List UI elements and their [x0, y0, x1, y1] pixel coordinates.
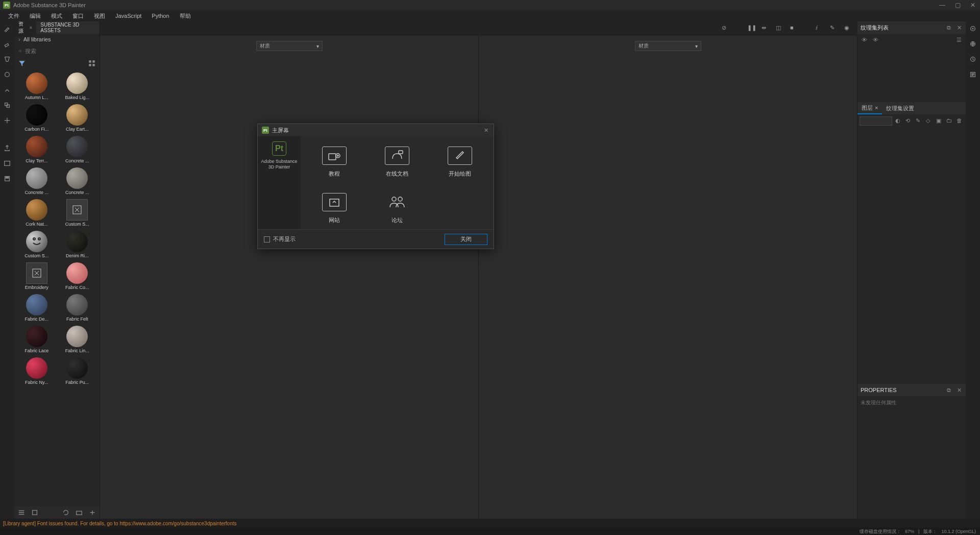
menu-python[interactable]: Python	[148, 12, 173, 20]
mask-icon[interactable]: ◐	[895, 117, 902, 125]
fill-tool-icon[interactable]	[3, 70, 11, 79]
deny-icon[interactable]: ⊘	[722, 25, 730, 33]
log-icon[interactable]	[969, 70, 977, 79]
blend-mode-dropdown[interactable]	[860, 116, 892, 126]
asset-item[interactable]: Baked Lig...	[58, 72, 97, 100]
assets-grid[interactable]: Autumn L...Baked Lig...Carbon Fi...Clay …	[14, 69, 100, 506]
link-icon[interactable]: ⟲	[905, 117, 913, 125]
fx-icon[interactable]: ✎	[916, 117, 923, 125]
material-dropdown-2d[interactable]: 材质▾	[635, 41, 701, 51]
asset-item[interactable]: Clay Eart...	[58, 104, 97, 132]
asset-item[interactable]: Cork Nat...	[17, 199, 56, 227]
pt-logo: Pt	[272, 141, 286, 156]
eye-hidden-icon[interactable]: 👁	[872, 36, 879, 43]
asset-item[interactable]: Custom S...	[58, 199, 97, 227]
close-window-button[interactable]: ✕	[969, 1, 977, 9]
tile-paint[interactable]: 开始绘图	[431, 147, 488, 178]
minimize-button[interactable]: —	[938, 1, 946, 9]
snapshot-icon[interactable]: ◉	[844, 25, 852, 33]
asset-item[interactable]: Autumn L...	[17, 72, 56, 100]
save-icon[interactable]	[3, 175, 11, 183]
close-icon[interactable]: ✕	[955, 24, 963, 31]
filter-row	[14, 57, 100, 69]
tab-layers[interactable]: 图层×	[857, 102, 882, 114]
asset-item[interactable]: Fabric De...	[17, 294, 56, 322]
dont-show-row[interactable]: 不再显示	[264, 235, 296, 243]
close-icon[interactable]: ×	[29, 25, 32, 31]
brush-icon[interactable]: ✎	[830, 25, 838, 33]
brush-tool-icon[interactable]	[3, 25, 11, 33]
picker-tool-icon[interactable]	[3, 116, 11, 125]
menu-javascript[interactable]: JavaScript	[111, 12, 145, 20]
pop-out-icon[interactable]: ⧉	[945, 386, 952, 394]
clone-tool-icon[interactable]	[3, 101, 11, 109]
stroke-icon[interactable]: ⅈ	[816, 25, 824, 33]
checkbox-icon[interactable]	[264, 236, 270, 242]
eye-icon[interactable]: 👁	[861, 36, 868, 43]
asset-item[interactable]: Custom S...	[17, 231, 56, 258]
asset-item[interactable]: Fabric Felt	[58, 294, 97, 322]
eraser-tool-icon[interactable]	[3, 40, 11, 48]
collapse-icon[interactable]	[31, 508, 39, 517]
grid-view-icon[interactable]	[88, 60, 95, 67]
close-button[interactable]: 关闭	[445, 234, 487, 245]
search-input[interactable]	[25, 48, 95, 54]
bucket-icon[interactable]: ▣	[936, 117, 943, 125]
camera-icon[interactable]: ■	[790, 25, 798, 33]
menu-help[interactable]: 帮助	[176, 11, 195, 21]
material-dropdown-3d[interactable]: 材质▾	[256, 41, 323, 51]
adjust-icon[interactable]: ◇	[926, 117, 933, 125]
pause-icon[interactable]: ❚❚	[747, 25, 755, 33]
list-icon[interactable]	[17, 508, 26, 517]
asset-item[interactable]: Concrete ...	[58, 136, 97, 163]
modal-close-icon[interactable]: ✕	[482, 127, 489, 134]
tile-tutorial[interactable]: 教程	[306, 147, 363, 178]
asset-label: Denim Ri...	[66, 253, 89, 258]
asset-item[interactable]: Fabric Pu...	[58, 357, 97, 385]
target-icon[interactable]	[969, 25, 977, 33]
settings-icon[interactable]: ☰	[955, 36, 963, 43]
smudge-tool-icon[interactable]	[3, 86, 11, 94]
add-icon[interactable]	[88, 508, 96, 517]
asset-item[interactable]: Fabric Lin...	[58, 326, 97, 353]
menu-window[interactable]: 窗口	[68, 11, 88, 21]
pop-out-icon[interactable]: ⧉	[945, 24, 952, 31]
viewport-3d[interactable]: 材质▾	[100, 36, 479, 519]
asset-item[interactable]: Concrete ...	[58, 167, 97, 195]
svg-point-14	[38, 238, 40, 240]
asset-item[interactable]: Fabric Lace	[17, 326, 56, 353]
tab-texture-settings[interactable]: 纹理集设置	[882, 102, 918, 114]
asset-item[interactable]: Carbon Fi...	[17, 104, 56, 132]
tab-substance-assets[interactable]: SUBSTANCE 3D ASSETS	[36, 20, 100, 35]
folder-icon[interactable]: 🗀	[946, 117, 953, 125]
export-icon[interactable]	[3, 144, 11, 152]
maximize-button[interactable]: ▢	[953, 1, 962, 9]
tile-docs[interactable]: 在线文档	[369, 147, 426, 178]
viewport-2d[interactable]: 材质▾	[479, 36, 857, 519]
right-toolbar	[966, 21, 980, 519]
tile-forum[interactable]: 论坛	[369, 193, 426, 224]
cube-icon[interactable]: ◫	[776, 25, 784, 33]
tile-website[interactable]: 网站	[306, 193, 363, 224]
breadcrumb[interactable]: › All libraries	[14, 34, 100, 45]
refresh-icon[interactable]	[62, 508, 70, 517]
globe-icon[interactable]	[969, 40, 977, 48]
layout-icon[interactable]	[3, 159, 11, 167]
trash-icon[interactable]: 🗑	[957, 117, 964, 125]
asset-item[interactable]: Clay Terr...	[17, 136, 56, 163]
asset-item[interactable]: Fabric Ny...	[17, 357, 56, 385]
symmetry-icon[interactable]: ⇹	[762, 25, 770, 33]
history-icon[interactable]	[969, 55, 977, 63]
asset-item[interactable]: Embroidery	[17, 262, 56, 290]
menu-view[interactable]: 视图	[90, 11, 109, 21]
asset-item[interactable]: Denim Ri...	[58, 231, 97, 258]
folder-icon[interactable]	[75, 508, 83, 517]
menu-mode[interactable]: 模式	[47, 11, 66, 21]
close-icon[interactable]: ✕	[955, 386, 963, 394]
asset-item[interactable]: Concrete ...	[17, 167, 56, 195]
asset-thumbnail	[66, 104, 88, 126]
asset-item[interactable]: Fabric Co...	[58, 262, 97, 290]
close-icon[interactable]: ×	[875, 105, 878, 111]
projection-tool-icon[interactable]	[3, 55, 11, 63]
filter-icon[interactable]	[18, 60, 26, 67]
